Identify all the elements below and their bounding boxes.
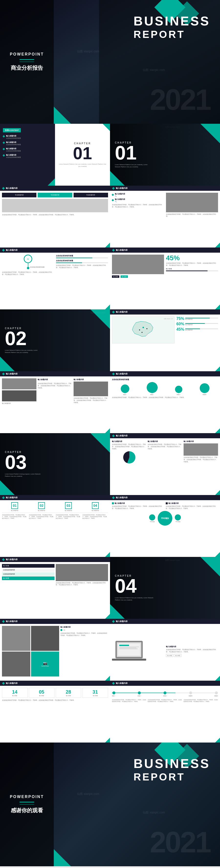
- svg-rect-6: [112, 659, 146, 660]
- bc-big: 平年增加: [158, 511, 172, 526]
- toc-bullet-1: [3, 135, 5, 138]
- teal-bar-2: [20, 62, 34, 62]
- stats-nums-row: 14 输入标题 05 输入标题 28 输入标题 31 输入标题: [2, 688, 108, 698]
- table-row-1: 点击此处添加内容: [2, 568, 55, 572]
- tl-d1: [113, 691, 115, 694]
- bar-fill-1: [166, 271, 208, 271]
- watermark-1: 仙图 xianpic.com: [77, 50, 99, 54]
- gc-label-2: 标题二: [147, 394, 158, 395]
- toc-header: 目录/CONTENT: [3, 128, 21, 132]
- slide-header-tcols: 输入标题内容: [110, 433, 220, 438]
- thanks-teal-bar: [20, 802, 34, 802]
- header-diamond-2: [112, 187, 115, 190]
- city-left-col: 输入标题内容: [2, 378, 36, 429]
- tl-dot-5: 标题五: [214, 691, 218, 696]
- num-box-4: 04: [92, 502, 99, 509]
- slide-toc: 目录/CONTENT 输入标题内容 点击此处添加相关标题 输入标题内容 点击此处…: [0, 124, 110, 186]
- sn-label-3: 输入标题: [57, 695, 80, 696]
- img-right: [166, 193, 218, 212]
- num-item-1: 01 输入标题内容: [2, 502, 28, 511]
- numbered-body: 01 输入标题内容 02 输入标题内容 03 输入标题内容 04 输入标题内容: [0, 500, 110, 521]
- header-diamond-tc: [112, 434, 115, 437]
- gc-2: 标题二: [147, 382, 158, 395]
- ch02-content: CHAPTER 02 Lorem Network Platform Use yo…: [5, 327, 41, 354]
- num-label-1: 输入标题内容: [2, 510, 28, 511]
- gc-1: 标题一: [121, 384, 129, 395]
- ch03-desc: Lorem Award Publish it being program, Lo…: [5, 473, 44, 477]
- bc-square-2: [166, 502, 168, 504]
- slide-content-map: 输入标题内容 仙图 xianpic.com: [110, 309, 220, 371]
- right-title: BUSINESS REPORT: [133, 15, 210, 40]
- svg-point-1: [139, 330, 140, 331]
- header-diamond-bc: [112, 496, 115, 499]
- city-mid-title: 输入标题内容: [38, 378, 72, 381]
- header-diamond-laptop: [112, 620, 115, 623]
- toc-item-4: 输入标题内容 点击此处添加相关标题: [3, 154, 52, 158]
- slide-text-cols: 输入标题内容 输入标题内容 点击此处添加文字内容，可以更改文字的大小，字体等，点…: [110, 433, 220, 495]
- progress-bg-2: [56, 262, 108, 263]
- circles-desc: 点击此处添加文字内容，可以更改文字的大小，字体等，点击此处添加文字内容，可以更改…: [2, 271, 54, 276]
- header-diamond-num: [2, 496, 5, 499]
- toc-bullet-2: [3, 142, 5, 144]
- laptop-tag-2: 输入标题: [174, 654, 181, 657]
- timeline-dots-row: 标题一 标题二 标题三 标题四: [112, 691, 218, 696]
- circles-right: 点击此处添加相关标题 点击此处添加相关标题 点击此处添加文字内容，可以更改文字的…: [56, 255, 108, 305]
- slide-header-3col: 输入标题内容: [0, 186, 110, 191]
- gc-3: 标题三: [175, 386, 182, 395]
- slide-content-imgtext: 输入标题内容 输入标题内容 🔍 输入标题内容 🔍: [110, 186, 220, 248]
- map-label-1: 输入标题内容: [185, 318, 218, 320]
- slide-header-map: 输入标题内容: [110, 309, 220, 314]
- teal-bar: [20, 59, 34, 60]
- num-box-3: 03: [65, 502, 72, 509]
- bc-center: 平年增加 平年增加 平年增加: [112, 511, 218, 526]
- toc-item-3: 输入标题内容 点击此处添加相关标题: [3, 148, 52, 152]
- map-pct-1: 75%: [177, 316, 184, 321]
- header-title-3: 输入标题内容: [6, 249, 18, 251]
- tcol-3-text: 点击此处添加文字内容，可以更改文字的大小，字体等，点击此处添加文字内容，可以更改…: [184, 456, 218, 463]
- stats-img: [112, 255, 164, 274]
- header-diamond-sn: [2, 682, 5, 685]
- map-stat-2: 60% 输入标题内容: [177, 322, 218, 326]
- content-3col-body: 专业标题内容 专业标题内容 专业标题内容 点击此处添加文字内容，可以更改文字的大…: [0, 191, 110, 218]
- city-right-text: 点击此处添加文字内容，可以更改文字的大小，字体等，点击此处添加文字内容，可以更改…: [73, 397, 108, 404]
- header-title-tc: 输入标题内容: [116, 434, 128, 437]
- header-title-gc: 输入标题内容: [116, 372, 128, 375]
- laptop-text: 点击此处添加文字内容，可以更改文字的大小，字体等，点击此处添加文字内容，可以更改…: [166, 649, 218, 653]
- tl-d4-label: 标题四: [189, 695, 192, 696]
- nd-2: 点击此处添加文字内容，可以更改文字的大小，字体等，点击此处添加文字内容，可以更改…: [29, 514, 55, 519]
- left-panel: POWERPOINT 商业分析报告: [0, 0, 54, 124]
- pg-title: 输入标题内容: [60, 626, 108, 628]
- toc-desc-2: 点击此处添加相关标题: [6, 144, 21, 146]
- svg-point-0: [143, 327, 144, 328]
- item-row-2: 输入标题内容 🔍: [112, 198, 164, 202]
- sn-item-3: 28 输入标题: [56, 688, 82, 698]
- slide-header-table: 输入标题内容: [0, 557, 110, 562]
- laptop-title: 输入标题内容: [166, 645, 218, 648]
- toc-item-2: 输入标题内容 点击此处添加相关标题: [3, 141, 52, 146]
- slide-header-stats: 输入标题内容: [110, 248, 220, 253]
- bc-text-1: 点击此处添加文字内容，可以更改文字的大小，字体等，点击此处添加文字内容，可以更改…: [112, 505, 164, 510]
- map-stat-1: 75% 输入标题内容: [177, 316, 218, 321]
- num-label-4: 输入标题内容: [83, 510, 108, 511]
- slide-header-sn: 输入标题内容: [0, 681, 110, 686]
- header-diamond-table: [2, 558, 5, 561]
- stats-body: 输入标题 输入标题 45% 点击此处添加文字内容，可以更改文字的大小，字体等，点…: [110, 253, 220, 307]
- bc-small-1: 平年增加: [149, 514, 155, 522]
- circle-item-title-2: 点击此处添加相关标题: [56, 259, 108, 262]
- slide-chapter-04: CHAPTER 04 Lorem Network Platform Use yo…: [110, 557, 220, 619]
- slide-stats-percent: 输入标题内容 输入标题 输入标题 45% 点击此处添加文字内容，可以更改文字的大…: [110, 248, 220, 309]
- divider: [2, 513, 108, 513]
- num-box-1: 01: [11, 502, 18, 509]
- toc-title-4: 输入标题内容: [6, 154, 21, 156]
- tl-d5: [215, 691, 218, 694]
- toc-left-bg: 目录/CONTENT 输入标题内容 点击此处添加相关标题 输入标题内容 点击此处…: [0, 124, 55, 186]
- slide-table: 输入标题内容 输入标题 点击此处添加内容 点击此处添加内容 输入标题 点击此处添…: [0, 557, 110, 619]
- bc-tag-row: 输入标题内容: [112, 502, 164, 504]
- ch04-content: CHAPTER 04 Lorem Network Platform Use yo…: [115, 574, 154, 601]
- tl-d3-label: 标题三: [163, 695, 167, 696]
- header-diamond-4: [112, 249, 115, 251]
- header-diamond-map: [112, 311, 115, 313]
- table-row-main: 输入标题 点击此处添加内容 点击此处添加内容 输入标题 点击此处添加文字内容，可…: [2, 564, 108, 586]
- circles-body: 01 点击此处添加相关标题 点击此处添加文字内容，可以更改文字的大小，字体等，点…: [0, 253, 110, 307]
- header-diamond-gc: [112, 372, 115, 375]
